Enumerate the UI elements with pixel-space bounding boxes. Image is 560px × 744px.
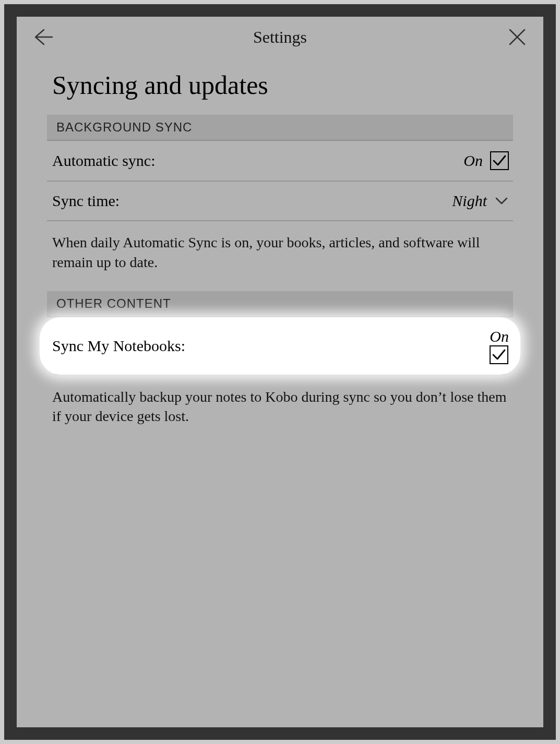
- section-header-background-sync: BACKGROUND SYNC: [47, 115, 513, 141]
- background-sync-description: When daily Automatic Sync is on, your bo…: [47, 221, 513, 291]
- back-button[interactable]: [31, 26, 54, 49]
- page-title: Syncing and updates: [47, 70, 513, 100]
- header-title: Settings: [253, 28, 307, 47]
- sync-time-value-area: Night: [452, 192, 509, 210]
- close-button[interactable]: [506, 26, 529, 49]
- automatic-sync-value-area: On: [463, 151, 509, 170]
- section-header-other-content: OTHER CONTENT: [47, 291, 513, 317]
- automatic-sync-row[interactable]: Automatic sync: On: [47, 141, 513, 182]
- automatic-sync-value: On: [463, 152, 483, 170]
- close-icon: [508, 28, 527, 46]
- sync-notebooks-row[interactable]: Sync My Notebooks: On: [40, 317, 520, 375]
- sync-notebooks-label: Sync My Notebooks:: [52, 337, 185, 355]
- sync-time-row[interactable]: Sync time: Night: [47, 182, 513, 221]
- sync-time-dropdown[interactable]: [494, 194, 509, 208]
- sync-time-value: Night: [452, 192, 487, 210]
- automatic-sync-label: Automatic sync:: [52, 152, 155, 170]
- back-arrow-icon: [32, 28, 53, 46]
- titlebar: Settings: [17, 17, 543, 57]
- sync-notebooks-value-area: On: [490, 328, 509, 364]
- sync-notebooks-highlight: Sync My Notebooks: On: [40, 317, 520, 375]
- sync-time-label: Sync time:: [52, 192, 120, 210]
- device-frame: Settings Syncing and updates BACKGROUND …: [4, 4, 556, 740]
- chevron-down-icon: [495, 196, 508, 206]
- sync-notebooks-value: On: [490, 328, 509, 345]
- checkmark-icon: [492, 153, 507, 168]
- automatic-sync-checkbox[interactable]: [490, 151, 509, 170]
- content: Syncing and updates BACKGROUND SYNC Auto…: [17, 57, 543, 727]
- checkmark-icon: [492, 347, 506, 362]
- sync-notebooks-checkbox[interactable]: [490, 345, 508, 364]
- screen: Settings Syncing and updates BACKGROUND …: [17, 17, 543, 727]
- other-content-description: Automatically backup your notes to Kobo …: [47, 376, 513, 446]
